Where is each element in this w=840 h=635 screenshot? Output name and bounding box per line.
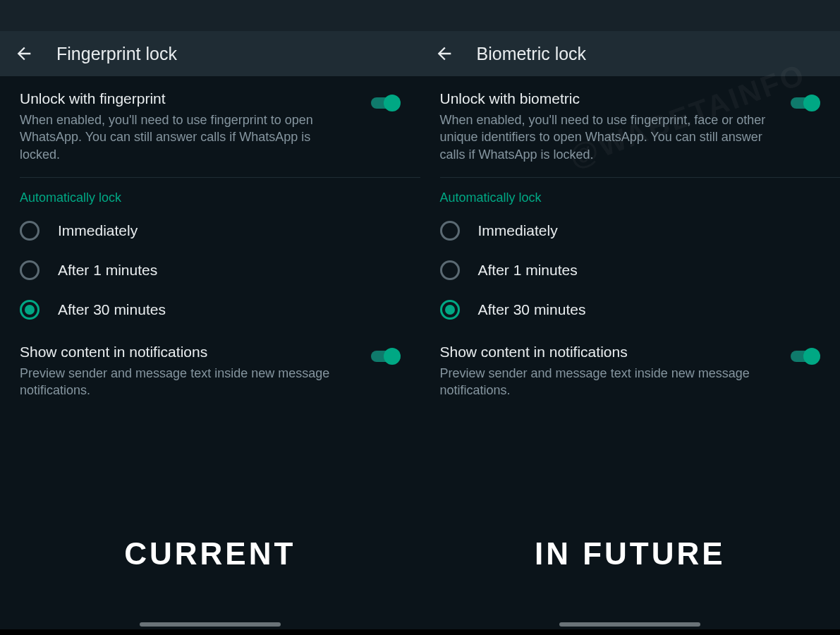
caption-current: CURRENT (0, 536, 420, 572)
radio-icon (440, 260, 460, 280)
unlock-toggle[interactable] (368, 95, 401, 107)
setting-text: Show content in notifications Preview se… (440, 344, 789, 399)
radio-label: After 1 minutes (58, 262, 157, 279)
notif-setting-row[interactable]: Show content in notifications Preview se… (420, 329, 841, 413)
radio-label: Immediately (58, 222, 138, 239)
notif-toggle[interactable] (368, 348, 401, 361)
radio-after-30-min[interactable]: After 30 minutes (0, 290, 420, 329)
radio-label: After 30 minutes (478, 301, 586, 318)
app-bar-title: Biometric lock (477, 44, 587, 64)
radio-label: Immediately (478, 222, 558, 239)
back-arrow-icon[interactable] (14, 44, 34, 64)
unlock-setting-row[interactable]: Unlock with fingerprint When enabled, yo… (0, 76, 420, 177)
radio-icon (440, 221, 460, 241)
notif-desc: Preview sender and message text inside n… (440, 365, 774, 399)
radio-icon-selected (440, 300, 460, 320)
panel-future: Biometric lock Unlock with biometric Whe… (420, 0, 841, 635)
status-bar-area (420, 0, 841, 31)
setting-text: Unlock with biometric When enabled, you'… (440, 90, 789, 163)
back-arrow-icon[interactable] (434, 44, 454, 64)
radio-icon (20, 260, 39, 280)
unlock-title: Unlock with biometric (440, 90, 774, 107)
auto-lock-header: Automatically lock (420, 178, 841, 211)
caption-future: IN FUTURE (420, 536, 841, 572)
unlock-title: Unlock with fingerprint (20, 90, 354, 107)
status-bar-area (0, 0, 420, 31)
unlock-toggle[interactable] (788, 95, 820, 107)
radio-immediately[interactable]: Immediately (0, 211, 420, 250)
setting-text: Unlock with fingerprint When enabled, yo… (20, 90, 368, 163)
radio-after-1-min[interactable]: After 1 minutes (0, 250, 420, 290)
radio-immediately[interactable]: Immediately (420, 211, 841, 250)
app-bar: Biometric lock (420, 31, 841, 76)
unlock-desc: When enabled, you'll need to use fingerp… (20, 111, 354, 163)
radio-after-30-min[interactable]: After 30 minutes (420, 290, 841, 329)
notif-desc: Preview sender and message text inside n… (20, 365, 354, 399)
app-bar-title: Fingerprint lock (56, 44, 177, 64)
radio-icon-selected (20, 300, 39, 320)
radio-icon (20, 221, 39, 241)
setting-text: Show content in notifications Preview se… (20, 344, 368, 399)
unlock-desc: When enabled, you'll need to use fingerp… (440, 111, 774, 163)
notif-title: Show content in notifications (440, 344, 774, 361)
radio-label: After 30 minutes (58, 301, 166, 318)
notif-toggle[interactable] (788, 348, 820, 361)
panel-current: Fingerprint lock Unlock with fingerprint… (0, 0, 420, 635)
radio-after-1-min[interactable]: After 1 minutes (420, 250, 841, 290)
app-bar: Fingerprint lock (0, 31, 420, 76)
notif-setting-row[interactable]: Show content in notifications Preview se… (0, 329, 420, 413)
bottom-bar (0, 629, 840, 635)
notif-title: Show content in notifications (20, 344, 354, 361)
radio-label: After 1 minutes (478, 262, 578, 279)
unlock-setting-row[interactable]: Unlock with biometric When enabled, you'… (420, 76, 841, 177)
home-indicator (140, 622, 281, 627)
home-indicator (559, 622, 700, 627)
auto-lock-header: Automatically lock (0, 178, 420, 211)
